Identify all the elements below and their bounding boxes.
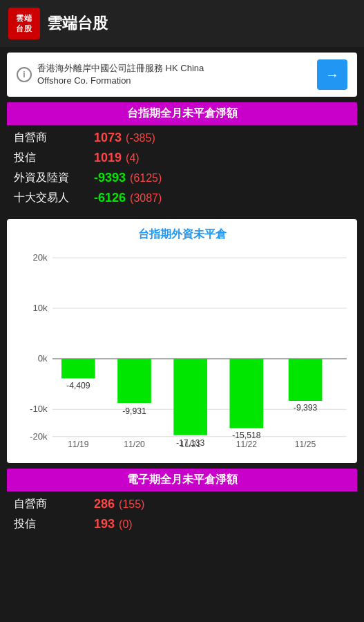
elec-label-ziyingshangs: 自營商 bbox=[14, 497, 90, 511]
row-label-touxin: 投信 bbox=[14, 151, 90, 165]
svg-text:11/20: 11/20 bbox=[124, 440, 145, 449]
row-value-ziyingshangs: 1073 bbox=[94, 131, 122, 145]
ad-arrow-button[interactable]: → bbox=[317, 59, 347, 90]
app-header: 雲端 台股 雲端台股 bbox=[0, 0, 364, 47]
elec-label-touxin: 投信 bbox=[14, 517, 90, 531]
ad-text-line2: Offshore Co. Formation bbox=[37, 75, 310, 87]
chart-container: 台指期外資未平倉 20k 10k 0k -10k -20k bbox=[7, 219, 357, 463]
row-change-shida: (3087) bbox=[130, 192, 162, 205]
elec-change-touxin: (0) bbox=[119, 518, 133, 531]
bar-5 bbox=[289, 359, 323, 401]
logo-text-top: 雲端 bbox=[16, 13, 32, 23]
info-icon: i bbox=[17, 67, 32, 82]
row-label-ziyingshangs: 自營商 bbox=[14, 131, 90, 145]
table-row: 十大交易人 -6126 (3087) bbox=[14, 188, 350, 208]
tai-index-panel: 台指期全月未平倉淨額 自營商 1073 (-385) 投信 1019 (4) 外… bbox=[7, 102, 357, 214]
bar-1 bbox=[61, 359, 95, 378]
tai-index-header: 台指期全月未平倉淨額 bbox=[7, 102, 357, 125]
chart-svg: 20k 10k 0k -10k -20k -4,409 11/19 -9,931… bbox=[14, 249, 350, 456]
app-title: 雲端台股 bbox=[47, 13, 108, 34]
elec-panel: 電子期全月未平倉淨額 自營商 286 (155) 投信 193 (0) bbox=[7, 469, 357, 540]
svg-text:-20k: -20k bbox=[30, 431, 48, 442]
svg-text:-4,409: -4,409 bbox=[66, 381, 90, 390]
row-label-shida: 十大交易人 bbox=[14, 191, 90, 205]
bar-3 bbox=[173, 359, 207, 435]
svg-text:11/22: 11/22 bbox=[236, 440, 258, 449]
app-logo: 雲端 台股 bbox=[8, 8, 40, 39]
elec-change-ziyingshangs: (155) bbox=[119, 498, 144, 511]
tai-index-body: 自營商 1073 (-385) 投信 1019 (4) 外資及陸資 -9393 … bbox=[7, 125, 357, 214]
svg-text:20k: 20k bbox=[32, 252, 48, 263]
svg-text:-9,931: -9,931 bbox=[122, 406, 146, 416]
elec-body: 自營商 286 (155) 投信 193 (0) bbox=[7, 491, 357, 540]
row-change-touxin: (4) bbox=[126, 152, 140, 164]
svg-text:-9,393: -9,393 bbox=[294, 403, 318, 413]
elec-value-ziyingshangs: 286 bbox=[94, 497, 115, 511]
row-value-touxin: 1019 bbox=[94, 151, 122, 165]
row-change-ziyingshangs: (-385) bbox=[126, 132, 155, 144]
row-value-shida: -6126 bbox=[94, 191, 126, 205]
ad-banner[interactable]: i 香港海外離岸中國公司註冊服務 HK China Offshore Co. F… bbox=[7, 53, 357, 97]
svg-text:10k: 10k bbox=[32, 303, 48, 313]
table-row: 投信 193 (0) bbox=[14, 514, 350, 534]
row-label-waizi: 外資及陸資 bbox=[14, 171, 90, 185]
svg-text:0k: 0k bbox=[38, 353, 48, 364]
table-row: 外資及陸資 -9393 (6125) bbox=[14, 168, 350, 188]
row-change-waizi: (6125) bbox=[130, 172, 162, 185]
table-row: 投信 1019 (4) bbox=[14, 148, 350, 168]
svg-text:11/25: 11/25 bbox=[295, 440, 316, 449]
chart-title: 台指期外資未平倉 bbox=[14, 227, 350, 242]
row-value-waizi: -9393 bbox=[94, 171, 126, 185]
bar-4 bbox=[229, 359, 263, 428]
ad-text-line1: 香港海外離岸中國公司註冊服務 HK China bbox=[37, 62, 310, 75]
elec-header: 電子期全月未平倉淨額 bbox=[7, 469, 357, 491]
svg-text:11/21: 11/21 bbox=[180, 440, 201, 449]
bar-2 bbox=[117, 359, 151, 403]
table-row: 自營商 286 (155) bbox=[14, 494, 350, 514]
svg-text:11/19: 11/19 bbox=[68, 440, 89, 449]
svg-text:-15,518: -15,518 bbox=[232, 431, 260, 440]
elec-value-touxin: 193 bbox=[94, 517, 115, 531]
logo-text-bottom: 台股 bbox=[16, 23, 32, 34]
chart-area: 20k 10k 0k -10k -20k -4,409 11/19 -9,931… bbox=[14, 249, 350, 456]
table-row: 自營商 1073 (-385) bbox=[14, 128, 350, 148]
ad-text: 香港海外離岸中國公司註冊服務 HK China Offshore Co. For… bbox=[37, 62, 310, 87]
svg-text:-10k: -10k bbox=[30, 404, 48, 414]
